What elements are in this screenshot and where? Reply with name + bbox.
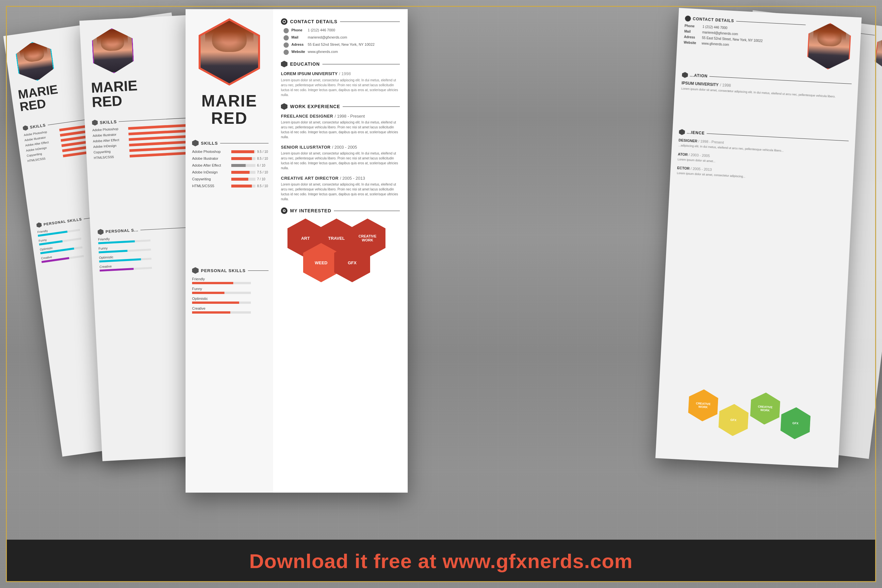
left-card-photo: [91, 27, 134, 74]
right-contact-section: CONTACT DETAILS Phone 1 (212) 446 7000 M…: [683, 15, 806, 52]
personal-hex-icon: [98, 229, 104, 235]
far-right-photo: [873, 32, 882, 76]
center-card-name: MARIE RED: [186, 93, 273, 127]
center-left-panel: MARIE RED SKILLS Adobe Photoshop 9.5 / 1…: [186, 9, 273, 493]
right-education: ...ATION IPSUM UNIVERSITY / 1998 Lorem i…: [681, 72, 852, 100]
center-right-panel: CONTACT DETAILS Phone 1 (212) 446 7000 M…: [273, 9, 408, 493]
right-work-icon: [679, 129, 685, 135]
right-contact-icon: [685, 15, 691, 21]
website-icon: [284, 50, 289, 55]
work-icon: [281, 103, 288, 110]
interests-icon: [281, 207, 288, 214]
center-photo-container: [199, 18, 260, 86]
phone-icon: [284, 28, 289, 33]
far-left-name: MARIE RED: [17, 83, 60, 113]
right-interest-2: GFX: [718, 403, 749, 437]
education-icon: [281, 61, 288, 67]
work-entry-3: CREATIVE ART DIRECTOR / 2005 - 2013 Lore…: [281, 175, 400, 201]
contact-section: CONTACT DETAILS Phone 1 (212) 446 7000 M…: [281, 18, 400, 55]
right-work: ...IENCE DESIGNER / 1998 - Present ...ad…: [676, 129, 849, 188]
right-interest-4: GFX: [780, 406, 811, 440]
left-card-name: MARIE RED: [91, 78, 138, 110]
education-section: EDUCATION LOREM IPSUM UNIVERSITY / 1998 …: [281, 61, 400, 98]
work-entry-1: FREELANCE DESIGNER / 1998 - Present Lore…: [281, 113, 400, 140]
right-interest-3: CREATIVEWORK: [750, 392, 781, 425]
center-personal-icon: [192, 267, 199, 274]
far-left-photo: [14, 39, 56, 83]
resumes-container: MARIE RED SKILLS Adobe Photoshop Adobe I…: [6, 6, 876, 540]
right-card-photo: [807, 22, 851, 70]
work-entry-2: SENIOR ILLUSRTATOR / 2003 - 2005 Lorem i…: [281, 144, 400, 171]
right-interest-1: CREATIVEWORK: [688, 389, 718, 422]
work-experience-section: WORK EXPERIENCE FREELANCE DESIGNER / 199…: [281, 103, 400, 201]
address-icon: [284, 42, 289, 48]
download-text: Download it free at www.gfxnerds.com: [249, 549, 633, 573]
personal-icon: [36, 222, 42, 228]
right-interests: CREATIVEWORK GFX CREATIVEWORK GFX: [663, 387, 835, 441]
hex-interests: ART TRAVEL CREATIVEWORK WEED GFX: [281, 219, 400, 284]
interests-section: MY INTERESTED ART TRAVEL CREATIVEWORK WE…: [281, 207, 400, 284]
center-skills-panel: SKILLS Adobe Photoshop 9.5 / 10 Adobe Il…: [192, 140, 268, 191]
resume-card-center: MARIE RED SKILLS Adobe Photoshop 9.5 / 1…: [186, 9, 408, 493]
center-personal-panel: PERSONAL SKILLS Friendly Funny Optimisti…: [192, 267, 268, 316]
bottom-bar: Download it free at www.gfxnerds.com: [6, 540, 876, 582]
contact-icon: [281, 18, 288, 25]
resume-card-right: CONTACT DETAILS Phone 1 (212) 446 7000 M…: [655, 8, 861, 468]
skills-icon: [22, 125, 28, 131]
skills-hex-icon: [92, 120, 98, 126]
center-skills-icon: [192, 140, 199, 146]
right-edu-icon: [682, 72, 688, 78]
mail-icon: [284, 35, 289, 40]
